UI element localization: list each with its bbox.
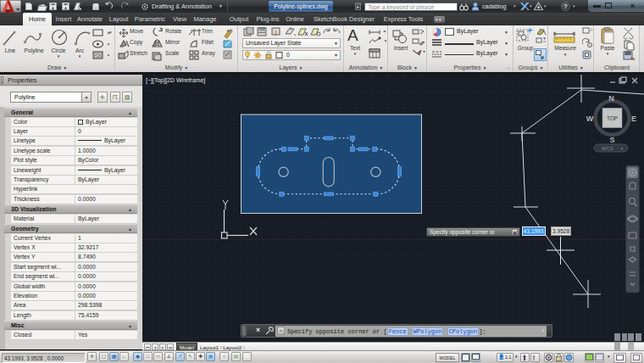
svg-text:W: W — [586, 114, 594, 123]
svg-text:S: S — [609, 136, 614, 144]
svg-text:[−][Top][2D Wireframe]: [−][Top][2D Wireframe] — [146, 77, 205, 84]
svg-text:WCS: WCS — [602, 146, 613, 151]
svg-text:E: E — [631, 114, 636, 123]
svg-text:TOP: TOP — [607, 115, 618, 121]
svg-text:N: N — [608, 94, 614, 103]
